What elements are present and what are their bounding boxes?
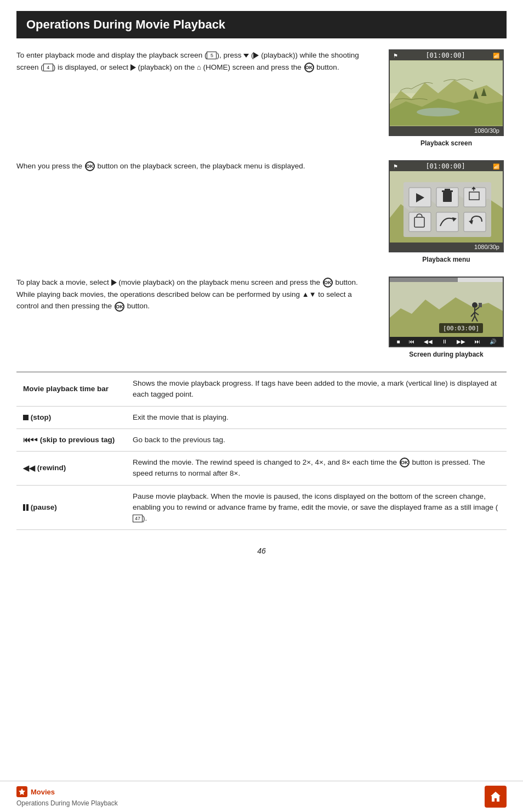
page-title: Operations During Movie Playback — [26, 18, 497, 32]
resolution-1: 1080/30p — [474, 127, 499, 134]
table-desc-5: Pause movie playback. When the movie is … — [126, 485, 507, 530]
footer-category: Movies — [16, 786, 118, 797]
screen-bottom-bar-2: 1080/30p — [390, 243, 503, 251]
playback-screen-caption-1: Playback screen — [420, 139, 472, 147]
playback-body: [00:03:00] — [390, 282, 503, 337]
table-desc-3: Go back to the previous tag. — [126, 428, 507, 451]
table-label-1: Movie playback time bar — [16, 372, 126, 406]
playback-icon — [130, 64, 136, 71]
skip-prev-ctrl-icon: ⏮ — [409, 339, 414, 345]
record-icon-2: ⚑ — [393, 163, 398, 170]
section-1-row: To enter playback mode and display the p… — [16, 49, 507, 147]
svg-rect-17 — [409, 212, 431, 232]
label-text-1: Movie playback time bar — [23, 385, 109, 393]
landscape-svg-3: [00:03:00] — [390, 282, 503, 337]
table-label-5: (pause) — [16, 485, 126, 530]
time-display-1: [01:00:00] — [425, 52, 465, 59]
section-2-row: When you press the OK button on the play… — [16, 160, 507, 263]
table-label-4: ◀◀ (rewind) — [16, 452, 126, 486]
pause-icon — [23, 504, 29, 511]
table-row: Movie playback time bar Shows the movie … — [16, 372, 507, 406]
table-desc-4: Rewind the movie. The rewind speed is ch… — [126, 452, 507, 486]
label-text-2: (stop) — [31, 413, 52, 421]
ok-badge-2: OK — [85, 161, 95, 171]
during-playback-screen: [00:03:00] ■ ⏮ ◀◀ ⏸ ▶▶ ⏭ 🔊 — [389, 277, 504, 347]
table-row: ⏮◀◀ (skip to previous tag) Go back to th… — [16, 428, 507, 451]
svg-marker-35 — [491, 792, 501, 802]
table-label-2: (stop) — [16, 406, 126, 428]
screen-body-1 — [390, 60, 503, 126]
signal-icon: 📶 — [493, 53, 499, 59]
rewind-ctrl-icon: ◀◀ — [424, 339, 433, 345]
label-text-4: (rewind) — [37, 464, 66, 472]
volume-ctrl-icon: 🔊 — [490, 339, 496, 345]
home-button[interactable] — [485, 786, 507, 808]
screen-bottom-bar-1: 1080/30p — [390, 126, 503, 135]
section-2-image: ⚑ [01:00:00] 📶 — [386, 160, 507, 263]
svg-rect-31 — [479, 303, 482, 307]
page-number: 46 — [16, 546, 507, 555]
footer-left: Movies Operations During Movie Playback — [16, 786, 118, 807]
arrow-updown-icon: ▲▼ — [302, 289, 316, 301]
time-display-2: [01:00:00] — [425, 162, 465, 170]
pause-ctrl-icon: ⏸ — [442, 339, 447, 345]
ok-badge-3: OK — [323, 278, 333, 287]
page-ref-47: 47 — [133, 515, 143, 522]
screen-top-bar-2: ⚑ [01:00:00] 📶 — [390, 161, 503, 171]
footer-breadcrumb: Operations During Movie Playback — [16, 799, 118, 807]
during-playback-caption: Screen during playback — [409, 351, 483, 358]
page-header: Operations During Movie Playback — [16, 11, 507, 38]
skip-prev-icon: ⏮◀◀ — [23, 435, 38, 446]
stop-ctrl-icon: ■ — [396, 339, 400, 345]
playback-top-bar — [390, 278, 503, 282]
progress-fill — [390, 278, 458, 282]
svg-marker-34 — [19, 788, 25, 795]
fforward-ctrl-icon: ▶▶ — [457, 339, 465, 345]
section-3-image: [00:03:00] ■ ⏮ ◀◀ ⏸ ▶▶ ⏭ 🔊 Screen during… — [386, 277, 507, 358]
label-text-5: (pause) — [31, 503, 57, 511]
landscape-svg-1 — [390, 60, 503, 126]
svg-rect-11 — [442, 190, 453, 192]
ok-badge-table: OK — [400, 458, 410, 467]
category-icon — [16, 786, 27, 797]
playback-screen-1: ⚑ [01:00:00] 📶 — [389, 49, 504, 136]
table-desc-1: Shows the movie playback progress. If ta… — [126, 372, 507, 406]
svg-rect-10 — [443, 192, 452, 202]
table-row: (pause) Pause movie playback. When the m… — [16, 485, 507, 530]
category-label: Movies — [31, 788, 55, 796]
footer-bar: Movies Operations During Movie Playback — [0, 781, 523, 812]
table-desc-2: Exit the movie that is playing. — [126, 406, 507, 428]
stop-icon — [23, 415, 29, 420]
section-1-paragraph: To enter playback mode and display the p… — [16, 49, 375, 73]
svg-rect-21 — [464, 212, 486, 232]
skip-next-ctrl-icon: ⏭ — [475, 339, 480, 345]
table-row: ◀◀ (rewind) Rewind the movie. The rewind… — [16, 452, 507, 486]
svg-point-24 — [472, 302, 477, 308]
home-icon: ⌂ — [197, 62, 201, 74]
section-2-text: When you press the OK button on the play… — [16, 160, 375, 172]
playback-screen-2: ⚑ [01:00:00] 📶 — [389, 160, 504, 252]
page-ref-5: 5 — [207, 52, 217, 59]
section-3-text: To play back a movie, select (movie play… — [16, 277, 375, 312]
record-icon: ⚑ — [393, 53, 398, 59]
page-wrapper: Operations During Movie Playback To ente… — [0, 0, 523, 610]
label-text-3: (skip to previous tag) — [40, 436, 115, 444]
svg-rect-19 — [436, 212, 458, 232]
landscape-svg-2 — [390, 171, 503, 243]
page-ref-4: 4 — [43, 64, 53, 71]
section-3-row: To play back a movie, select (movie play… — [16, 277, 507, 358]
section-1-image: ⚑ [01:00:00] 📶 — [386, 49, 507, 147]
ok-badge-4: OK — [115, 302, 124, 312]
svg-text:[00:03:00]: [00:03:00] — [443, 325, 479, 332]
playback-menu-caption: Playback menu — [422, 256, 470, 263]
signal-icon-2: 📶 — [493, 163, 499, 170]
section-2-paragraph: When you press the OK button on the play… — [16, 160, 375, 172]
svg-rect-12 — [445, 189, 450, 190]
section-3-paragraph: To play back a movie, select (movie play… — [16, 277, 375, 312]
svg-point-2 — [417, 108, 459, 116]
table-label-3: ⏮◀◀ (skip to previous tag) — [16, 428, 126, 451]
play-select-icon — [111, 279, 117, 286]
rewind-icon: ◀◀ — [23, 463, 35, 474]
play-icon — [253, 52, 259, 59]
ok-badge-1: OK — [304, 63, 314, 72]
